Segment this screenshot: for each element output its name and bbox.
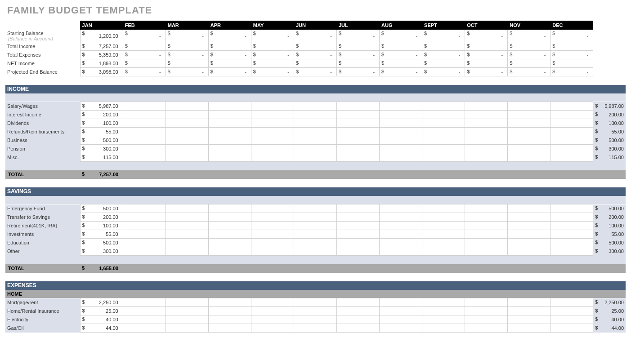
value-cell[interactable]: $- bbox=[166, 59, 208, 68]
value-cell[interactable]: $- bbox=[508, 42, 550, 51]
value-cell[interactable]: $- bbox=[294, 59, 336, 68]
value-cell[interactable] bbox=[208, 128, 251, 136]
value-cell[interactable] bbox=[294, 213, 336, 222]
value-cell[interactable] bbox=[294, 119, 336, 128]
value-cell[interactable]: $2,250.00 bbox=[80, 298, 123, 307]
value-cell[interactable]: $- bbox=[550, 42, 593, 51]
value-cell[interactable] bbox=[208, 315, 251, 324]
value-cell[interactable]: $- bbox=[294, 68, 336, 76]
value-cell[interactable] bbox=[465, 145, 508, 153]
value-cell[interactable] bbox=[422, 136, 465, 145]
value-cell[interactable] bbox=[508, 239, 550, 247]
value-cell[interactable] bbox=[166, 230, 208, 239]
value-cell[interactable]: $- bbox=[123, 42, 166, 51]
value-cell[interactable] bbox=[550, 119, 593, 128]
value-cell[interactable] bbox=[208, 119, 251, 128]
value-cell[interactable] bbox=[208, 247, 251, 256]
value-cell[interactable] bbox=[336, 307, 379, 315]
value-cell[interactable] bbox=[166, 111, 208, 119]
value-cell[interactable]: $115.00 bbox=[80, 153, 123, 162]
value-cell[interactable] bbox=[166, 119, 208, 128]
value-cell[interactable] bbox=[465, 102, 508, 111]
value-cell[interactable] bbox=[166, 102, 208, 111]
value-cell[interactable] bbox=[508, 204, 550, 213]
value-cell[interactable]: $- bbox=[550, 51, 593, 59]
value-cell[interactable] bbox=[422, 239, 465, 247]
value-cell[interactable]: $- bbox=[465, 30, 508, 42]
value-cell[interactable] bbox=[380, 222, 422, 230]
value-cell[interactable]: $- bbox=[508, 59, 550, 68]
value-cell[interactable] bbox=[422, 247, 465, 256]
value-cell[interactable] bbox=[380, 307, 422, 315]
value-cell[interactable] bbox=[123, 307, 166, 315]
value-cell[interactable] bbox=[465, 128, 508, 136]
value-cell[interactable] bbox=[465, 315, 508, 324]
value-cell[interactable] bbox=[465, 204, 508, 213]
value-cell[interactable] bbox=[422, 298, 465, 307]
value-cell[interactable] bbox=[251, 204, 294, 213]
value-cell[interactable] bbox=[422, 128, 465, 136]
value-cell[interactable]: $- bbox=[465, 68, 508, 76]
value-cell[interactable] bbox=[208, 324, 251, 333]
value-cell[interactable] bbox=[166, 247, 208, 256]
value-cell[interactable]: $- bbox=[251, 68, 294, 76]
value-cell[interactable] bbox=[550, 307, 593, 315]
value-cell[interactable]: $- bbox=[166, 68, 208, 76]
value-cell[interactable] bbox=[550, 213, 593, 222]
value-cell[interactable] bbox=[508, 145, 550, 153]
value-cell[interactable] bbox=[336, 204, 379, 213]
value-cell[interactable] bbox=[208, 111, 251, 119]
value-cell[interactable]: $- bbox=[251, 42, 294, 51]
value-cell[interactable] bbox=[251, 230, 294, 239]
value-cell[interactable] bbox=[422, 102, 465, 111]
value-cell[interactable] bbox=[550, 298, 593, 307]
value-cell[interactable] bbox=[336, 247, 379, 256]
value-cell[interactable] bbox=[123, 298, 166, 307]
value-cell[interactable] bbox=[336, 111, 379, 119]
value-cell[interactable] bbox=[380, 213, 422, 222]
value-cell[interactable] bbox=[380, 153, 422, 162]
value-cell[interactable] bbox=[294, 324, 336, 333]
value-cell[interactable]: $- bbox=[251, 30, 294, 42]
value-cell[interactable]: $44.00 bbox=[80, 324, 123, 333]
value-cell[interactable] bbox=[123, 324, 166, 333]
value-cell[interactable] bbox=[465, 230, 508, 239]
value-cell[interactable] bbox=[251, 102, 294, 111]
value-cell[interactable]: $200.00 bbox=[80, 111, 123, 119]
value-cell[interactable] bbox=[380, 119, 422, 128]
value-cell[interactable] bbox=[508, 247, 550, 256]
value-cell[interactable]: $300.00 bbox=[80, 145, 123, 153]
value-cell[interactable]: $55.00 bbox=[80, 128, 123, 136]
value-cell[interactable] bbox=[336, 136, 379, 145]
value-cell[interactable] bbox=[208, 102, 251, 111]
value-cell[interactable] bbox=[294, 136, 336, 145]
value-cell[interactable] bbox=[550, 247, 593, 256]
value-cell[interactable] bbox=[294, 111, 336, 119]
value-cell[interactable] bbox=[508, 136, 550, 145]
value-cell[interactable] bbox=[251, 128, 294, 136]
value-cell[interactable] bbox=[422, 307, 465, 315]
value-cell[interactable] bbox=[336, 102, 379, 111]
value-cell[interactable] bbox=[166, 136, 208, 145]
value-cell[interactable] bbox=[465, 239, 508, 247]
value-cell[interactable] bbox=[336, 239, 379, 247]
value-cell[interactable]: $200.00 bbox=[80, 213, 123, 222]
value-cell[interactable] bbox=[251, 213, 294, 222]
value-cell[interactable]: $- bbox=[465, 59, 508, 68]
value-cell[interactable] bbox=[380, 239, 422, 247]
value-cell[interactable]: $100.00 bbox=[80, 222, 123, 230]
value-cell[interactable] bbox=[123, 247, 166, 256]
value-cell[interactable]: $1,898.00 bbox=[80, 59, 123, 68]
value-cell[interactable] bbox=[123, 153, 166, 162]
value-cell[interactable] bbox=[508, 324, 550, 333]
value-cell[interactable]: $- bbox=[123, 30, 166, 42]
value-cell[interactable]: $- bbox=[465, 51, 508, 59]
value-cell[interactable] bbox=[251, 111, 294, 119]
value-cell[interactable] bbox=[380, 324, 422, 333]
value-cell[interactable]: $- bbox=[465, 42, 508, 51]
value-cell[interactable] bbox=[422, 315, 465, 324]
value-cell[interactable] bbox=[550, 230, 593, 239]
value-cell[interactable] bbox=[380, 145, 422, 153]
value-cell[interactable]: $- bbox=[336, 42, 379, 51]
value-cell[interactable]: $5,987.00 bbox=[80, 102, 123, 111]
